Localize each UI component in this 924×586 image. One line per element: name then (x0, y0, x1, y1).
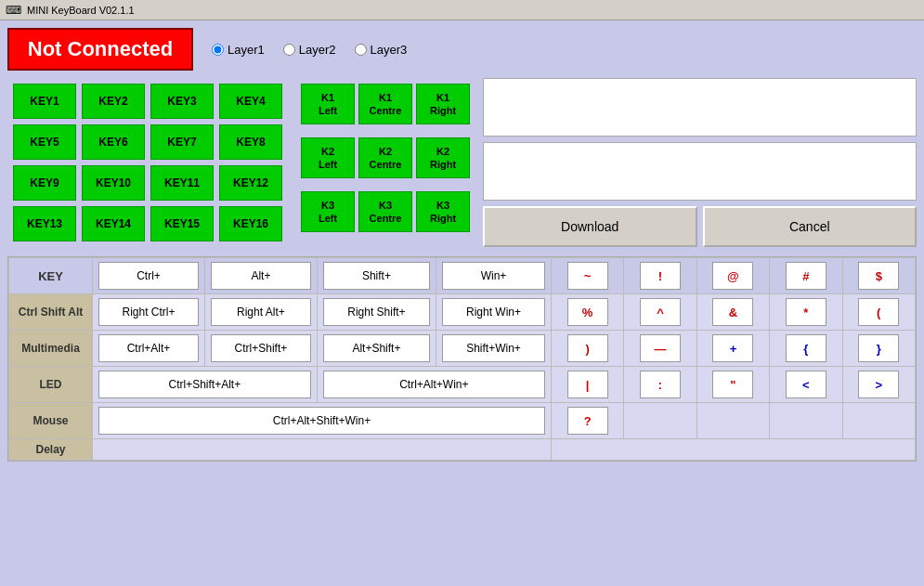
delay-label: Delay (9, 439, 93, 461)
shift-win-btn[interactable]: Shift+Win+ (442, 334, 545, 362)
win-btn[interactable]: Win+ (442, 262, 545, 290)
text-input-1[interactable] (483, 78, 917, 137)
led-label: LED (9, 367, 93, 403)
k2-centre-button[interactable]: K2Centre (358, 137, 412, 178)
k3-right-button[interactable]: K3Right (416, 191, 470, 232)
action-row: Download Cancel (483, 206, 917, 247)
lt-btn[interactable]: < (786, 371, 826, 398)
key13-button[interactable]: KEY13 (13, 206, 76, 241)
multimedia-row: Multimedia Ctrl+Alt+ Ctrl+Shift+ Alt+Shi… (9, 331, 916, 367)
key14-button[interactable]: KEY14 (82, 206, 145, 241)
title-bar: ⌨ MINI KeyBoard V02.1.1 (0, 0, 924, 20)
cancel-button[interactable]: Cancel (703, 206, 917, 247)
dash-btn[interactable]: — (640, 334, 681, 362)
ctrl-shift-btn[interactable]: Ctrl+Shift+ (211, 334, 311, 362)
at-btn[interactable]: @ (712, 262, 753, 290)
star-btn[interactable]: * (786, 298, 826, 326)
led-row: LED Ctrl+Shift+Alt+ Ctrl+Alt+Win+ | : " … (9, 367, 916, 403)
ctrl-alt-shift-win-btn[interactable]: Ctrl+Alt+Shift+Win+ (98, 407, 545, 435)
app-title: MINI KeyBoard V02.1.1 (27, 5, 135, 16)
key2-button[interactable]: KEY2 (82, 84, 145, 119)
key1-button[interactable]: KEY1 (13, 84, 76, 119)
key12-button[interactable]: KEY12 (219, 165, 282, 201)
amp-btn[interactable]: & (712, 298, 753, 326)
key11-button[interactable]: KEY11 (150, 165, 214, 201)
gt-btn[interactable]: > (858, 371, 899, 398)
right-ctrl-btn[interactable]: Right Ctrl+ (98, 298, 199, 326)
keys-grid: KEY1 KEY2 KEY3 KEY4 KEY5 KEY6 KEY7 KEY8 … (7, 78, 288, 247)
alt-shift-btn[interactable]: Alt+Shift+ (323, 334, 430, 362)
layer2-label: Layer2 (299, 43, 336, 57)
k-matrix: K1Left K1Centre K1Right K2Left K2Centre … (295, 78, 475, 247)
key5-button[interactable]: KEY5 (13, 124, 76, 160)
layer3-label: Layer3 (371, 43, 408, 57)
ctrl-btn[interactable]: Ctrl+ (98, 262, 199, 290)
download-button[interactable]: Download (483, 206, 697, 247)
ctrl-shift-alt-btn[interactable]: Ctrl+Shift+Alt+ (98, 371, 311, 398)
layer3-radio[interactable]: Layer3 (355, 43, 408, 57)
quote-btn[interactable]: " (712, 371, 753, 398)
rbrace-btn[interactable]: } (858, 334, 899, 362)
delay-row: Delay (9, 439, 916, 461)
k3-centre-button[interactable]: K3Centre (358, 191, 412, 232)
ctrl-alt-win-btn[interactable]: Ctrl+Alt+Win+ (323, 371, 545, 398)
key9-button[interactable]: KEY9 (13, 165, 76, 201)
key16-button[interactable]: KEY16 (219, 206, 282, 241)
main-window: Not Connected Layer1 Layer2 Layer3 KEY1 … (0, 20, 924, 586)
multimedia-label: Multimedia (9, 331, 93, 367)
content-area: KEY1 KEY2 KEY3 KEY4 KEY5 KEY6 KEY7 KEY8 … (7, 78, 917, 247)
header-row: KEY Ctrl+ Alt+ Shift+ Win+ ~ ! @ # $ (9, 258, 916, 294)
dollar-btn[interactable]: $ (858, 262, 899, 290)
tilde-btn[interactable]: ~ (567, 262, 608, 290)
right-shift-btn[interactable]: Right Shift+ (323, 298, 430, 326)
key3-button[interactable]: KEY3 (150, 84, 214, 119)
layer1-label: Layer1 (228, 43, 265, 57)
lparen-btn[interactable]: ( (858, 298, 899, 326)
mouse-label: Mouse (9, 403, 93, 439)
key10-button[interactable]: KEY10 (82, 165, 145, 201)
layer1-radio[interactable]: Layer1 (212, 43, 265, 57)
right-alt-btn[interactable]: Right Alt+ (211, 298, 311, 326)
key15-button[interactable]: KEY15 (150, 206, 214, 241)
top-section: Not Connected Layer1 Layer2 Layer3 (7, 28, 917, 71)
k1-left-button[interactable]: K1Left (301, 84, 355, 124)
colon-btn[interactable]: : (640, 371, 681, 398)
hash-btn[interactable]: # (786, 262, 826, 290)
ctrl-shift-alt-label: Ctrl Shift Alt (9, 294, 93, 331)
k3-left-button[interactable]: K3Left (301, 191, 355, 232)
app-icon: ⌨ (6, 4, 21, 17)
bottom-section: KEY Ctrl+ Alt+ Shift+ Win+ ~ ! @ # $ Ctr… (7, 256, 917, 462)
k1-right-button[interactable]: K1Right (416, 84, 470, 124)
key7-button[interactable]: KEY7 (150, 124, 214, 160)
lbrace-btn[interactable]: { (786, 334, 826, 362)
plus-btn[interactable]: + (712, 334, 753, 362)
ctrl-shift-alt-row: Ctrl Shift Alt Right Ctrl+ Right Alt+ Ri… (9, 294, 916, 331)
connection-status: Not Connected (7, 28, 193, 71)
rparen-btn[interactable]: ) (567, 334, 608, 362)
text-input-2[interactable] (483, 142, 917, 201)
layer-radios: Layer1 Layer2 Layer3 (212, 43, 407, 57)
shift-btn[interactable]: Shift+ (323, 262, 430, 290)
percent-btn[interactable]: % (567, 298, 608, 326)
right-panel: Download Cancel (483, 78, 917, 247)
caret-btn[interactable]: ^ (640, 298, 681, 326)
mouse-row: Mouse Ctrl+Alt+Shift+Win+ ? (9, 403, 916, 439)
key6-button[interactable]: KEY6 (82, 124, 145, 160)
k2-right-button[interactable]: K2Right (416, 137, 470, 178)
question-btn[interactable]: ? (567, 407, 608, 435)
ctrl-alt-btn[interactable]: Ctrl+Alt+ (98, 334, 199, 362)
bottom-table: KEY Ctrl+ Alt+ Shift+ Win+ ~ ! @ # $ Ctr… (8, 257, 916, 461)
layer2-radio[interactable]: Layer2 (283, 43, 336, 57)
k1-centre-button[interactable]: K1Centre (358, 84, 412, 124)
k2-left-button[interactable]: K2Left (301, 137, 355, 178)
key-label: KEY (9, 258, 93, 294)
alt-btn[interactable]: Alt+ (211, 262, 311, 290)
key8-button[interactable]: KEY8 (219, 124, 282, 160)
key4-button[interactable]: KEY4 (219, 84, 282, 119)
pipe-btn[interactable]: | (567, 371, 608, 398)
right-win-btn[interactable]: Right Win+ (442, 298, 545, 326)
excl-btn[interactable]: ! (640, 262, 681, 290)
